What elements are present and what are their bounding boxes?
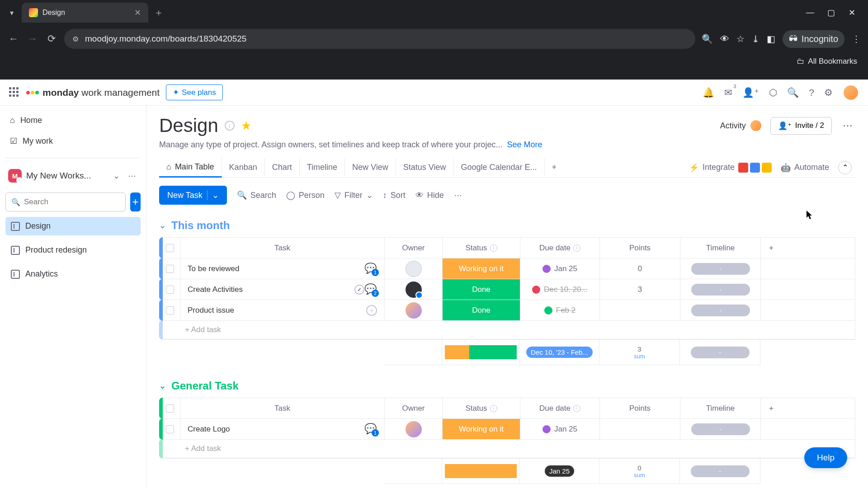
automate-button[interactable]: 🤖 Automate	[781, 163, 829, 173]
owner-avatar[interactable]	[406, 302, 422, 319]
owner-empty-icon[interactable]	[406, 261, 422, 277]
owner-avatar[interactable]	[406, 421, 422, 437]
add-view-button[interactable]: +	[545, 158, 564, 177]
inbox-icon[interactable]: ✉3	[724, 87, 732, 98]
bookmark-star-icon[interactable]: ☆	[736, 33, 745, 44]
view-status[interactable]: Status View	[396, 158, 454, 177]
add-task-row[interactable]: + Add task	[160, 321, 855, 339]
col-task[interactable]: Task	[180, 238, 385, 258]
downloads-icon[interactable]: ⤓	[752, 33, 760, 44]
sidebar-board-analytics[interactable]: Analytics	[5, 265, 141, 283]
invite-button[interactable]: 👤⁺ Invite / 2	[770, 117, 832, 135]
task-name[interactable]: Create Activities	[188, 285, 354, 294]
owner-cell[interactable]	[385, 258, 443, 279]
toolbar-sort[interactable]: ↕Sort	[383, 191, 406, 200]
info-icon[interactable]: i	[573, 244, 580, 252]
activity-button[interactable]: Activity	[720, 119, 762, 132]
search-icon[interactable]: 🔍	[787, 87, 799, 98]
group-header[interactable]: ⌄General Task	[159, 380, 855, 392]
new-task-button[interactable]: New Task ⌄	[159, 186, 227, 205]
see-more-link[interactable]: See More	[507, 140, 542, 150]
status-cell[interactable]: Working on it	[443, 419, 520, 439]
view-kanban[interactable]: Kanban	[222, 158, 265, 177]
select-all-checkbox[interactable]	[166, 244, 174, 252]
notifications-icon[interactable]: 🔔	[703, 87, 714, 98]
due-date-cell[interactable]: Dec 10, 20...	[520, 279, 600, 300]
col-task[interactable]: Task	[180, 398, 385, 418]
row-checkbox[interactable]	[166, 286, 174, 294]
toolbar-more-icon[interactable]: ⋯	[454, 190, 462, 200]
app-switcher-icon[interactable]	[9, 87, 20, 98]
task-name-cell[interactable]: To be reviewed💬1	[180, 258, 385, 279]
updates-icon[interactable]: 💬1	[364, 263, 377, 275]
invite-users-icon[interactable]: 👤⁺	[742, 87, 759, 98]
points-cell[interactable]	[600, 419, 680, 439]
help-button[interactable]: Help	[804, 447, 847, 468]
col-points[interactable]: Points	[600, 238, 680, 258]
sidebar-search-input[interactable]	[24, 197, 120, 206]
workspace-selector[interactable]: M My New Works... ⌄ ⋯	[5, 166, 141, 185]
sidebar-home[interactable]: ⌂ Home	[5, 112, 141, 129]
col-due-date[interactable]: Due datei	[520, 398, 600, 418]
table-row[interactable]: To be reviewed💬1Working on itJan 250-	[160, 258, 855, 279]
site-settings-icon[interactable]: ⚙	[72, 35, 79, 43]
workspace-menu-icon[interactable]: ⋯	[126, 169, 138, 183]
board-title[interactable]: Design	[159, 115, 218, 136]
status-cell[interactable]: Done	[443, 300, 520, 320]
sidebar-my-work[interactable]: ☑ My work	[5, 132, 141, 150]
new-tab-button[interactable]: ＋	[154, 6, 164, 19]
incognito-badge[interactable]: 🕶 Incognito	[783, 30, 844, 48]
sidebar-board-product-redesign[interactable]: Product redesign	[5, 241, 141, 259]
timeline-bar[interactable]: -	[691, 423, 750, 435]
back-icon[interactable]: ←	[7, 33, 20, 45]
task-name[interactable]: Product issue	[188, 306, 366, 315]
task-name-cell[interactable]: Product issue+	[180, 300, 385, 320]
tab-list-dropdown[interactable]: ▾	[5, 6, 18, 19]
task-name[interactable]: To be reviewed	[188, 264, 364, 273]
owner-cell[interactable]	[385, 419, 443, 439]
toolbar-search[interactable]: 🔍Search	[237, 190, 276, 200]
toolbar-filter[interactable]: ▽Filter⌄	[335, 190, 373, 200]
apps-icon[interactable]: ⬡	[769, 87, 777, 98]
reload-icon[interactable]: ⟳	[45, 33, 58, 45]
info-icon[interactable]: i	[490, 405, 497, 412]
view-timeline[interactable]: Timeline	[300, 158, 345, 177]
minimize-icon[interactable]: —	[805, 8, 816, 18]
row-checkbox[interactable]	[166, 265, 174, 273]
owner-cell[interactable]	[385, 279, 443, 300]
col-timeline[interactable]: Timeline	[680, 238, 761, 258]
board-menu-icon[interactable]: ⋯	[840, 117, 855, 134]
updates-icon[interactable]: 💬2	[364, 283, 377, 296]
all-bookmarks-button[interactable]: 🗀 All Bookmarks	[797, 57, 857, 66]
updates-icon[interactable]: 💬1	[364, 423, 377, 436]
browser-tab[interactable]: Design ✕	[22, 3, 148, 23]
task-name-cell[interactable]: Create Activities✓💬2	[180, 279, 385, 300]
group-header[interactable]: ⌄This month	[159, 219, 855, 232]
col-timeline[interactable]: Timeline	[680, 398, 761, 418]
table-row[interactable]: Create Activities✓💬2DoneDec 10, 20...3-	[160, 279, 855, 300]
help-icon[interactable]: ?	[809, 87, 814, 98]
task-name-cell[interactable]: Create Logo💬1	[180, 419, 385, 439]
due-date-cell[interactable]: Jan 25	[520, 419, 600, 439]
task-name[interactable]: Create Logo	[188, 425, 364, 434]
table-row[interactable]: Create Logo💬1Working on itJan 25-	[160, 419, 855, 440]
products-icon[interactable]: ⚙	[824, 87, 833, 98]
timeline-cell[interactable]: -	[680, 300, 761, 320]
col-points[interactable]: Points	[600, 398, 680, 418]
info-icon[interactable]: i	[490, 244, 497, 252]
favorite-star-icon[interactable]: ★	[241, 119, 251, 133]
view-main-table[interactable]: ⌂Main Table	[159, 158, 222, 178]
sidebar-board-design[interactable]: Design	[5, 217, 141, 235]
sidebar-search[interactable]: 🔍	[5, 192, 126, 211]
add-column-button[interactable]: +	[761, 398, 782, 418]
col-owner[interactable]: Owner	[385, 238, 443, 258]
forward-icon[interactable]: →	[26, 33, 39, 45]
add-update-icon[interactable]: +	[366, 305, 377, 316]
col-owner[interactable]: Owner	[385, 398, 443, 418]
add-board-button[interactable]: +	[130, 192, 141, 211]
status-cell[interactable]: Working on it	[443, 258, 520, 279]
timeline-bar[interactable]: -	[691, 305, 750, 316]
timeline-cell[interactable]: -	[680, 279, 761, 300]
chevron-down-icon[interactable]: ⌄	[111, 169, 122, 183]
subitem-icon[interactable]: ✓	[354, 285, 364, 295]
